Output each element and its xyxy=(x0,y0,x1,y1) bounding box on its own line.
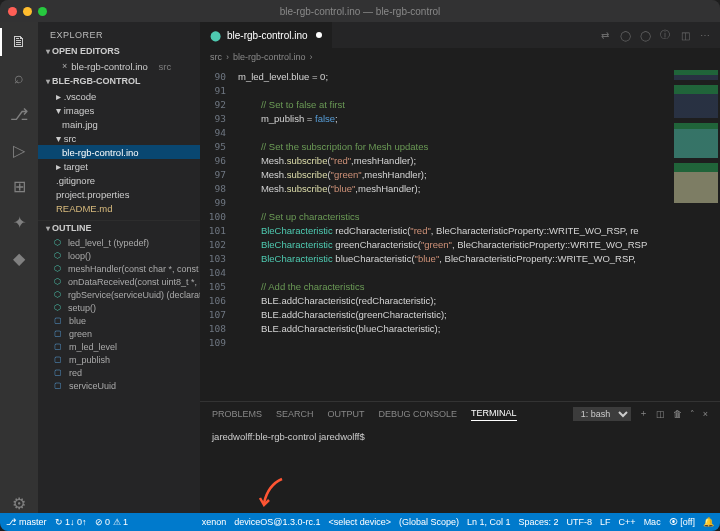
tree-item-project-properties[interactable]: project.properties xyxy=(38,187,200,201)
status-position[interactable]: Ln 1, Col 1 xyxy=(467,517,511,527)
open-editor-path: src xyxy=(158,61,171,72)
outline-item[interactable]: ▢green xyxy=(38,327,200,340)
nav-fwd-icon[interactable]: ◯ xyxy=(638,28,652,42)
extensions-icon[interactable]: ⊞ xyxy=(9,176,29,196)
open-editor-name: ble-rgb-control.ino xyxy=(71,61,148,72)
tree-item-src[interactable]: ▾ src xyxy=(38,131,200,145)
modified-dot-icon xyxy=(316,32,322,38)
sidebar: EXPLORER ▾OPEN EDITORS ×ble-rgb-control.… xyxy=(38,22,200,513)
editor-area: ⬤ ble-rgb-control.ino ⇄ ◯ ◯ ⓘ ◫ ⋯ src › … xyxy=(200,22,720,513)
minimap-content xyxy=(674,70,718,240)
close-small-icon[interactable]: × xyxy=(62,61,67,71)
status-language[interactable]: C++ xyxy=(619,517,636,527)
explorer-icon[interactable]: 🗎 xyxy=(9,32,29,52)
sidebar-title: EXPLORER xyxy=(38,22,200,44)
tree-item--gitignore[interactable]: .gitignore xyxy=(38,173,200,187)
minimap[interactable] xyxy=(670,66,720,401)
terminal-select[interactable]: 1: bash xyxy=(573,407,631,421)
chevron-right-icon: › xyxy=(226,52,229,62)
file-icon: ⬤ xyxy=(210,30,221,41)
cube-icon: ⬡ xyxy=(54,290,61,299)
tab-search[interactable]: SEARCH xyxy=(276,407,314,421)
open-editor-item[interactable]: ×ble-rgb-control.ino src xyxy=(38,59,200,73)
tab-problems[interactable]: PROBLEMS xyxy=(212,407,262,421)
split-terminal-icon[interactable]: ◫ xyxy=(656,409,665,419)
minimize-icon[interactable] xyxy=(23,7,32,16)
activity-bar: 🗎 ⌕ ⎇ ▷ ⊞ ✦ ◆ ⚙ xyxy=(0,22,38,513)
status-bell[interactable]: 🔔 xyxy=(703,517,714,527)
outline-header[interactable]: ▾OUTLINE xyxy=(38,221,200,235)
tab-output[interactable]: OUTPUT xyxy=(328,407,365,421)
chevron-down-icon: ▾ xyxy=(46,47,50,56)
status-bar: ⎇ master ↻ 1↓ 0↑ ⊘ 0 ⚠ 1 xenon deviceOS@… xyxy=(0,513,720,531)
tree-item-images[interactable]: ▾ images xyxy=(38,103,200,117)
cube-icon: ⬡ xyxy=(54,264,61,273)
outline-item[interactable]: ⬡setup() xyxy=(38,301,200,314)
split-icon[interactable]: ◫ xyxy=(678,28,692,42)
tab-debug-console[interactable]: DEBUG CONSOLE xyxy=(379,407,458,421)
outline-item[interactable]: ▢red xyxy=(38,366,200,379)
outline-item[interactable]: ⬡loop() xyxy=(38,249,200,262)
terminal-body[interactable]: jaredwolff:ble-rgb-control jaredwolff$ xyxy=(200,425,720,513)
outline-item[interactable]: ⬡led_level_t (typedef) xyxy=(38,236,200,249)
source-control-icon[interactable]: ⎇ xyxy=(9,104,29,124)
tab-terminal[interactable]: TERMINAL xyxy=(471,406,517,421)
crumb-file[interactable]: ble-rgb-control.ino xyxy=(233,52,306,62)
status-problems[interactable]: ⊘ 0 ⚠ 1 xyxy=(95,517,129,527)
status-encoding[interactable]: UTF-8 xyxy=(567,517,593,527)
outline-item[interactable]: ▢serviceUuid xyxy=(38,379,200,392)
outline-item[interactable]: ▢m_led_level xyxy=(38,340,200,353)
status-device[interactable]: <select device> xyxy=(328,517,391,527)
close-panel-icon[interactable]: × xyxy=(703,409,708,419)
window-title: ble-rgb-control.ino — ble-rgb-control xyxy=(280,6,441,17)
maximize-icon[interactable] xyxy=(38,7,47,16)
debug-icon[interactable]: ▷ xyxy=(9,140,29,160)
open-editors-header[interactable]: ▾OPEN EDITORS xyxy=(38,44,200,58)
breadcrumbs[interactable]: src › ble-rgb-control.ino › xyxy=(200,48,720,66)
settings-icon[interactable]: ⚙ xyxy=(9,493,29,513)
tree-item-ble-rgb-control-ino[interactable]: ble-rgb-control.ino xyxy=(38,145,200,159)
cube-icon: ⬡ xyxy=(54,277,61,286)
status-scope[interactable]: (Global Scope) xyxy=(399,517,459,527)
chevron-right-icon: › xyxy=(310,52,313,62)
editor-body[interactable]: 90 91 92 93 94 95 96 97 98 99 100 101 10… xyxy=(200,66,720,401)
status-eol[interactable]: LF xyxy=(600,517,611,527)
tree-item-readme-md[interactable]: README.md xyxy=(38,201,200,215)
trash-icon[interactable]: 🗑 xyxy=(673,409,682,419)
var-icon: ▢ xyxy=(54,355,62,364)
status-xenon[interactable]: xenon xyxy=(202,517,227,527)
tree-item-target[interactable]: ▸ target xyxy=(38,159,200,173)
status-mac[interactable]: Mac xyxy=(644,517,661,527)
project-header[interactable]: ▾BLE-RGB-CONTROL xyxy=(38,74,200,88)
compare-icon[interactable]: ⇄ xyxy=(598,28,612,42)
chevron-down-icon: ▾ xyxy=(46,224,50,233)
outline-item[interactable]: ▢m_publish xyxy=(38,353,200,366)
code-content[interactable]: m_led_level.blue = 0; // Set to false at… xyxy=(234,66,670,401)
status-deviceos[interactable]: deviceOS@1.3.0-rc.1 xyxy=(234,517,320,527)
tree-item--vscode[interactable]: ▸ .vscode xyxy=(38,89,200,103)
outline-tree: ⬡led_level_t (typedef)⬡loop()⬡meshHandle… xyxy=(38,235,200,393)
info-icon[interactable]: ⓘ xyxy=(658,28,672,42)
tree-item-main-jpg[interactable]: main.jpg xyxy=(38,117,200,131)
docker-icon[interactable]: ◆ xyxy=(9,248,29,268)
new-terminal-icon[interactable]: ＋ xyxy=(639,407,648,420)
status-off[interactable]: ⦿ [off] xyxy=(669,517,695,527)
tab-ble-rgb-control[interactable]: ⬤ ble-rgb-control.ino xyxy=(200,22,332,48)
search-icon[interactable]: ⌕ xyxy=(9,68,29,88)
maximize-panel-icon[interactable]: ˄ xyxy=(690,409,695,419)
outline-item[interactable]: ⬡onDataReceived(const uint8_t *, size_t,… xyxy=(38,275,200,288)
crumb-src[interactable]: src xyxy=(210,52,222,62)
outline-item[interactable]: ▢blue xyxy=(38,314,200,327)
outline-item[interactable]: ⬡meshHandler(const char *, const char *) xyxy=(38,262,200,275)
status-spaces[interactable]: Spaces: 2 xyxy=(519,517,559,527)
more-icon[interactable]: ⋯ xyxy=(698,28,712,42)
status-branch[interactable]: ⎇ master xyxy=(6,517,47,527)
outline-item[interactable]: ⬡rgbService(serviceUuid) (declaration) xyxy=(38,288,200,301)
traffic-lights xyxy=(8,7,47,16)
main-layout: 🗎 ⌕ ⎇ ▷ ⊞ ✦ ◆ ⚙ EXPLORER ▾OPEN EDITORS ×… xyxy=(0,22,720,513)
particle-icon[interactable]: ✦ xyxy=(9,212,29,232)
terminal-prompt: jaredwolff:ble-rgb-control jaredwolff$ xyxy=(212,431,365,442)
close-icon[interactable] xyxy=(8,7,17,16)
nav-back-icon[interactable]: ◯ xyxy=(618,28,632,42)
status-sync[interactable]: ↻ 1↓ 0↑ xyxy=(55,517,87,527)
